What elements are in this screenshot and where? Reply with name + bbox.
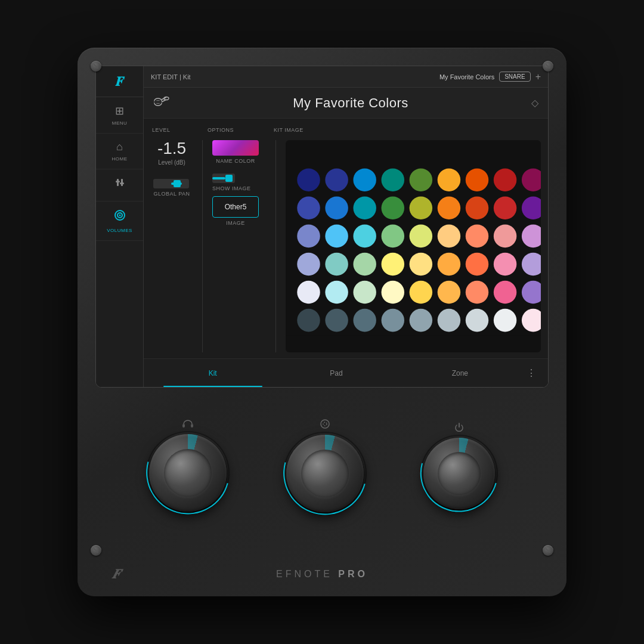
image-select-button[interactable]: Other5 (212, 196, 259, 218)
kit-image-section-label: KIT IMAGE (274, 127, 304, 133)
svg-point-14 (297, 168, 320, 191)
svg-point-63 (410, 309, 433, 332)
kit-drum-icon (153, 95, 170, 112)
tabs-more-button[interactable]: ⋮ (522, 367, 541, 379)
sidebar-item-settings[interactable] (96, 169, 143, 202)
svg-point-45 (410, 253, 433, 276)
volumes-icon (113, 209, 126, 225)
brand-f-logo: 𝑭 (112, 566, 120, 582)
tab-kit[interactable]: Kit (151, 359, 274, 387)
svg-point-51 (325, 281, 348, 304)
monitor-knob[interactable] (286, 435, 364, 512)
svg-point-36 (410, 225, 433, 248)
bottom-tabs: Kit Pad Zone ⋮ (144, 358, 548, 387)
kit-header: My Favorite Colors ◇ (144, 88, 548, 119)
sidebar-item-home[interactable]: ⌂ HOME (96, 134, 143, 169)
power-knob[interactable] (423, 438, 495, 509)
knob-group-power (423, 422, 495, 509)
svg-point-71 (323, 422, 327, 426)
svg-point-39 (494, 225, 517, 248)
brand-name: EFNOTE PRO (276, 569, 368, 580)
svg-point-24 (325, 197, 348, 220)
svg-point-41 (297, 253, 320, 276)
show-image-toggle[interactable] (212, 174, 235, 183)
svg-point-52 (353, 281, 376, 304)
svg-point-43 (353, 253, 376, 276)
svg-rect-9 (154, 101, 162, 103)
main-content: KIT EDIT | Kit My Favorite Colors SNARE … (144, 66, 548, 387)
home-icon: ⌂ (116, 141, 123, 153)
svg-point-65 (466, 309, 489, 332)
svg-point-26 (382, 197, 405, 220)
svg-point-35 (382, 225, 405, 248)
svg-point-28 (438, 197, 461, 220)
svg-point-23 (297, 197, 320, 220)
svg-point-27 (410, 197, 433, 220)
tab-zone[interactable]: Zone (398, 359, 522, 387)
knob-group-monitor (286, 419, 364, 512)
screw-bottom-left (91, 545, 101, 556)
svg-point-29 (466, 197, 489, 220)
svg-rect-3 (120, 182, 124, 184)
brand-bar: 𝑭 EFNOTE PRO (78, 569, 566, 580)
svg-point-17 (382, 168, 405, 191)
name-color-button[interactable] (212, 140, 259, 156)
top-bar: KIT EDIT | Kit My Favorite Colors SNARE … (144, 66, 548, 88)
pan-slider[interactable] (153, 179, 189, 188)
svg-point-56 (466, 281, 489, 304)
snare-badge: SNARE (499, 72, 530, 82)
kit-image-section (286, 140, 541, 352)
svg-point-53 (382, 281, 405, 304)
sidebar-item-label-home: HOME (112, 156, 128, 162)
screen: 𝑭 ⊞ MENU ⌂ HOME (95, 66, 549, 388)
top-bar-kit-name: My Favorite Colors (439, 73, 494, 80)
menu-icon: ⊞ (115, 104, 124, 117)
svg-point-30 (494, 197, 517, 220)
knobs-section (95, 405, 549, 525)
svg-point-16 (353, 168, 376, 191)
svg-point-34 (353, 225, 376, 248)
kit-name-display: My Favorite Colors (177, 95, 524, 111)
image-select-value: Other5 (225, 203, 247, 211)
knob-group-headphones (149, 419, 227, 512)
headphones-icon (182, 419, 194, 431)
level-section-label: LEVEL (152, 127, 171, 133)
svg-point-25 (353, 197, 376, 220)
pan-control: Global Pan (153, 179, 190, 197)
pan-label: Global Pan (153, 191, 190, 197)
svg-point-42 (325, 253, 348, 276)
kit-edit-icon[interactable]: ◇ (531, 97, 538, 109)
svg-point-33 (325, 225, 348, 248)
svg-point-47 (466, 253, 489, 276)
options-section: Name Color Show Image Other5 Image (212, 140, 266, 352)
tab-pad[interactable]: Pad (274, 359, 398, 387)
sidebar-logo: 𝑭 (96, 66, 143, 97)
svg-point-18 (410, 168, 433, 191)
svg-point-6 (119, 215, 120, 216)
svg-point-37 (438, 225, 461, 248)
device-body: 𝑭 ⊞ MENU ⌂ HOME (78, 48, 566, 596)
svg-rect-2 (116, 181, 120, 182)
svg-point-21 (494, 168, 517, 191)
svg-rect-68 (182, 424, 185, 428)
settings-icon (114, 177, 126, 191)
sidebar-item-menu[interactable]: ⊞ MENU (96, 97, 143, 134)
svg-point-64 (438, 309, 461, 332)
svg-point-19 (438, 168, 461, 191)
sidebar: 𝑭 ⊞ MENU ⌂ HOME (96, 66, 144, 387)
add-button[interactable]: + (535, 72, 541, 82)
headphones-knob[interactable] (149, 434, 227, 512)
svg-point-15 (325, 168, 348, 191)
controls-area: -1.5 Level (dB) Global Pan (144, 134, 548, 358)
svg-rect-69 (191, 424, 193, 428)
svg-point-48 (494, 253, 517, 276)
sidebar-item-volumes[interactable]: VOLUMES (96, 202, 143, 241)
screw-top-right (543, 61, 553, 72)
svg-point-59 (297, 309, 320, 332)
svg-point-46 (438, 253, 461, 276)
svg-point-50 (297, 281, 320, 304)
svg-point-44 (382, 253, 405, 276)
svg-point-61 (353, 309, 376, 332)
svg-point-57 (494, 281, 517, 304)
svg-point-55 (438, 281, 461, 304)
